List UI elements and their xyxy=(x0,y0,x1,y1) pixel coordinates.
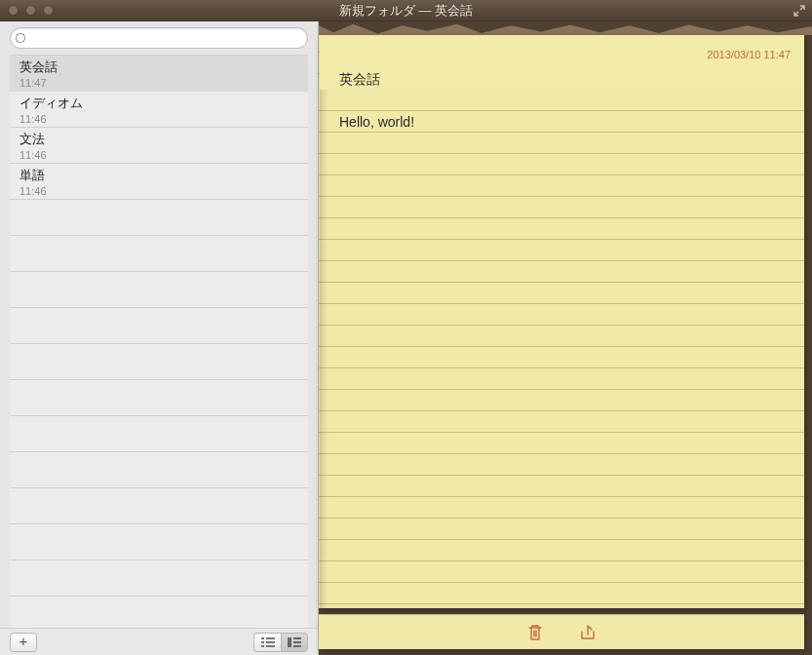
note-item-time: 11:47 xyxy=(19,76,298,90)
note-item-time: 11:46 xyxy=(19,184,298,198)
svg-rect-7 xyxy=(266,645,275,647)
svg-rect-8 xyxy=(288,637,291,647)
grid-view-icon xyxy=(288,637,301,647)
note-item-time: 11:46 xyxy=(19,112,298,126)
zoom-window-button[interactable] xyxy=(43,5,54,16)
note-toolbar xyxy=(319,614,804,649)
search-wrap xyxy=(0,21,318,55)
share-icon xyxy=(578,623,598,642)
note-item-title: 文法 xyxy=(19,131,298,148)
note-paper[interactable]: 2013/03/10 11:47 英会話 Hello, world! xyxy=(319,35,804,608)
note-content[interactable]: 英会話 Hello, world! xyxy=(320,35,804,133)
svg-rect-9 xyxy=(293,637,301,639)
note-list-item[interactable]: イディオム 11:46 xyxy=(10,92,308,128)
paper-torn-edge xyxy=(319,21,812,35)
svg-rect-10 xyxy=(293,641,301,643)
note-item-title: イディオム xyxy=(19,95,298,112)
svg-rect-2 xyxy=(261,637,264,639)
fullscreen-button[interactable] xyxy=(793,4,806,18)
window-title: 新規フォルダ — 英会話 xyxy=(0,2,812,19)
note-list-item[interactable]: 単語 11:46 xyxy=(10,164,308,200)
delete-note-button[interactable] xyxy=(525,623,545,642)
minimize-window-button[interactable] xyxy=(25,5,36,16)
sidebar: 英会話 11:47 イディオム 11:46 文法 11:46 単語 11:46 … xyxy=(0,21,319,655)
notes-list[interactable]: 英会話 11:47 イディオム 11:46 文法 11:46 単語 11:46 xyxy=(10,55,308,628)
note-pane: 2013/03/10 11:47 英会話 Hello, world! xyxy=(319,21,812,655)
search-input[interactable] xyxy=(10,27,308,49)
app-window: 新規フォルダ — 英会話 英会話 11:47 イディオム 11: xyxy=(0,0,812,655)
note-list-item[interactable]: 英会話 11:47 xyxy=(10,56,308,92)
svg-rect-4 xyxy=(261,641,264,643)
list-view-button[interactable] xyxy=(253,633,281,652)
list-view-icon xyxy=(261,637,275,647)
note-item-title: 英会話 xyxy=(19,58,298,76)
sidebar-footer: + xyxy=(0,628,318,655)
trash-icon xyxy=(525,623,545,642)
svg-rect-3 xyxy=(266,637,275,639)
note-item-time: 11:46 xyxy=(19,148,298,162)
close-window-button[interactable] xyxy=(8,5,19,16)
svg-rect-5 xyxy=(266,641,275,643)
note-item-title: 単語 xyxy=(19,167,298,184)
body-area: 英会話 11:47 イディオム 11:46 文法 11:46 単語 11:46 … xyxy=(0,21,812,655)
traffic-lights xyxy=(0,5,54,16)
view-mode-segment xyxy=(253,633,308,652)
share-note-button[interactable] xyxy=(578,623,598,642)
grid-view-button[interactable] xyxy=(281,633,308,652)
svg-rect-11 xyxy=(293,645,301,647)
note-list-item[interactable]: 文法 11:46 xyxy=(10,128,308,164)
note-title: 英会話 xyxy=(339,68,785,90)
svg-rect-6 xyxy=(261,645,264,647)
note-body: Hello, world! xyxy=(339,111,785,133)
add-note-button[interactable]: + xyxy=(10,633,37,652)
titlebar: 新規フォルダ — 英会話 xyxy=(0,0,812,21)
